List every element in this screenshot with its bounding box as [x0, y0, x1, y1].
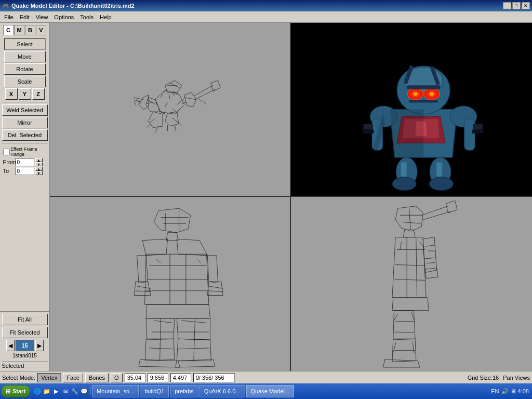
close-button[interactable]: ✕	[522, 2, 530, 9]
svg-line-123	[395, 264, 425, 265]
to-spin-up[interactable]: ▲	[35, 167, 43, 171]
svg-marker-136	[383, 360, 420, 367]
to-row: To 0 ▲ ▼	[3, 167, 47, 175]
taskbar-quark[interactable]: QuArK 6.6.0...	[200, 385, 245, 397]
tab-b[interactable]: B	[25, 25, 35, 35]
bones-mode-button[interactable]: Bones	[85, 373, 109, 382]
svg-point-67	[429, 92, 434, 96]
svg-rect-46	[436, 162, 442, 177]
weld-selected-button[interactable]: Weld Selected	[2, 104, 48, 116]
to-spin-down[interactable]: ▼	[35, 171, 43, 175]
tab-c[interactable]: C	[3, 25, 14, 35]
taskbar-quake-model[interactable]: Quake Model...	[246, 385, 295, 397]
divider-1	[2, 102, 48, 102]
svg-marker-85	[207, 282, 223, 295]
svg-line-116	[409, 208, 411, 230]
svg-line-34	[165, 102, 168, 107]
svg-rect-57	[363, 129, 374, 133]
coord-z: 4.497	[170, 373, 191, 382]
quick-launch: 🌐 📁 ▶ ✉ 🔧 💬	[31, 387, 91, 395]
svg-line-105	[154, 321, 172, 323]
menu-help[interactable]: Help	[97, 13, 115, 21]
toolbar-top: C M B V Select Move Rotate Scale X Y Z W…	[0, 23, 50, 311]
svg-rect-55	[364, 124, 374, 129]
menu-view[interactable]: View	[33, 13, 51, 21]
mail-icon[interactable]: ✉	[61, 387, 70, 395]
svg-line-138	[420, 242, 424, 248]
effect-checkbox[interactable]	[3, 149, 10, 155]
minimize-button[interactable]: _	[503, 2, 511, 9]
frame-name: 1stand015	[12, 353, 37, 358]
select-button[interactable]: Select	[4, 38, 46, 50]
svg-line-38	[199, 99, 203, 102]
x-button[interactable]: X	[5, 88, 18, 100]
o-mode-button[interactable]: O	[111, 373, 123, 382]
y-button[interactable]: Y	[19, 88, 31, 100]
svg-line-139	[394, 314, 398, 321]
explorer-icon[interactable]: 📁	[43, 387, 51, 395]
svg-marker-145	[425, 268, 438, 278]
system-tray-icons: 🔊 🖥	[501, 388, 516, 395]
menu-options[interactable]: Options	[51, 13, 77, 21]
menu-tools[interactable]: Tools	[77, 13, 97, 21]
fit-all-button[interactable]: Fit All	[2, 314, 48, 325]
extra-icon-1[interactable]: 🔧	[71, 387, 79, 395]
selected-label: Selected	[2, 361, 48, 370]
ie-icon[interactable]: 🌐	[33, 387, 42, 395]
taskbar-prefabs[interactable]: prefabs	[170, 385, 198, 397]
svg-line-15	[148, 100, 155, 104]
from-input[interactable]: 0	[16, 158, 34, 166]
taskbar-buildq1[interactable]: buildQ1	[140, 385, 169, 397]
from-spin-down[interactable]: ▼	[35, 162, 43, 166]
svg-point-44	[429, 177, 453, 191]
svg-rect-56	[473, 124, 483, 129]
del-selected-button[interactable]: Del. Selected	[2, 129, 48, 141]
svg-rect-68	[407, 85, 441, 89]
to-input[interactable]: 0	[16, 167, 34, 175]
viewport-top-left[interactable]	[50, 23, 291, 197]
media-icon[interactable]: ▶	[52, 387, 60, 395]
rotate-button[interactable]: Rotate	[4, 63, 46, 75]
svg-line-89	[209, 291, 223, 292]
extra-icon-2[interactable]: 💬	[80, 387, 88, 395]
next-frame-button[interactable]: ▶	[35, 340, 44, 351]
svg-line-141	[393, 342, 396, 352]
svg-line-16	[180, 99, 184, 102]
svg-line-110	[178, 348, 209, 349]
menu-file[interactable]: File	[1, 13, 17, 21]
selection-info: 0/ 356/ 356	[193, 373, 235, 382]
face-mode-button[interactable]: Face	[63, 373, 83, 382]
maximize-button[interactable]: □	[512, 2, 521, 9]
svg-marker-127	[423, 237, 436, 273]
from-spin-up[interactable]: ▲	[35, 158, 43, 162]
viewport-bottom-left[interactable]	[50, 197, 291, 371]
pan-views-label: Pan Views	[503, 375, 530, 381]
titlebar-text: Quake Model Editor - C:\Build\unit02\tri…	[11, 3, 135, 9]
tab-row: C M B V	[3, 25, 46, 35]
taskbar-mountain[interactable]: Mountain_so...	[92, 385, 139, 397]
move-button[interactable]: Move	[4, 51, 46, 62]
svg-line-129	[424, 258, 435, 259]
svg-line-118	[421, 206, 448, 216]
start-label: Start	[12, 388, 25, 394]
viewport-top-right[interactable]	[291, 23, 532, 197]
start-button[interactable]: ⊞ Start	[1, 385, 30, 397]
menu-edit[interactable]: Edit	[17, 13, 33, 21]
mirror-button[interactable]: Mirror	[2, 117, 48, 128]
titlebar-controls[interactable]: _ □ ✕	[503, 2, 530, 9]
svg-line-7	[184, 97, 196, 100]
tab-m[interactable]: M	[14, 25, 24, 35]
scale-button[interactable]: Scale	[4, 76, 46, 87]
z-button[interactable]: Z	[32, 88, 45, 100]
grid-size-label: Grid Size:16	[468, 375, 499, 381]
vertex-mode-button[interactable]: Vertex	[37, 373, 61, 382]
fit-selected-button[interactable]: Fit Selected	[2, 327, 48, 338]
app-icon: 🎮	[2, 3, 9, 9]
svg-line-20	[147, 102, 153, 104]
wireframe-front-view	[50, 197, 290, 371]
viewport-bottom-right[interactable]	[291, 197, 532, 371]
prev-frame-button[interactable]: ◀	[6, 340, 15, 351]
tab-v[interactable]: V	[36, 25, 46, 35]
svg-line-133	[394, 332, 414, 332]
svg-line-33	[169, 94, 170, 99]
